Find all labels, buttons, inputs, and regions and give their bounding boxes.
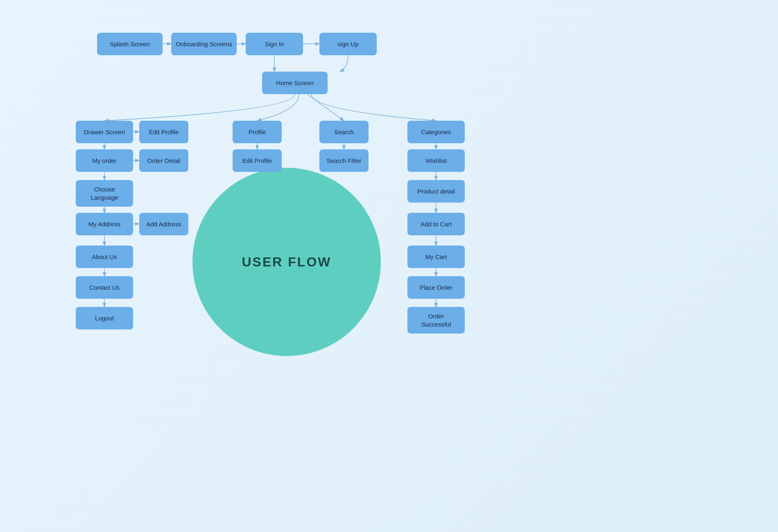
node-search: Search: [319, 121, 369, 143]
user-flow-label: USER FLOW: [242, 255, 332, 270]
node-onboarding: Onboarding Screens: [171, 33, 237, 55]
node-myorder: My order: [76, 149, 133, 172]
node-myaddress: My Address: [76, 213, 133, 235]
node-aboutus: About Us: [76, 246, 133, 268]
node-wishlist: Wishlist: [407, 149, 465, 172]
node-logout: Logout: [76, 307, 133, 329]
node-editprofile2: Edit Profile: [233, 149, 282, 172]
node-placeorder: Place Order: [407, 276, 465, 299]
node-chooselang: Choose Language: [76, 180, 133, 207]
node-splash: Splash Screen: [97, 33, 163, 55]
node-orderdetail: Order Detail: [139, 149, 188, 172]
node-homescreen: Home Screen: [262, 72, 328, 94]
node-profile: Profile: [233, 121, 282, 143]
node-addtocart: Add to Cart: [407, 213, 465, 235]
node-addaddress: Add Address: [139, 213, 188, 235]
node-signin: Sign In: [246, 33, 303, 55]
node-contactus: Contact Us: [76, 276, 133, 299]
node-searchfilter: Search Filter: [319, 149, 369, 172]
node-mycart: My Cart: [407, 246, 465, 268]
user-flow-circle: USER FLOW: [192, 168, 381, 356]
node-categories: Categories: [407, 121, 465, 143]
node-editprofile1: Edit Profile: [139, 121, 188, 143]
node-drawer: Drawer Screen: [76, 121, 133, 143]
node-signup: sign Up: [319, 33, 377, 55]
canvas: USER FLOW Splash Screen Onboarding Scree…: [0, 0, 778, 532]
node-ordersuccessful: Order Successful: [407, 307, 465, 334]
node-productdetail: Product detail: [407, 180, 465, 203]
